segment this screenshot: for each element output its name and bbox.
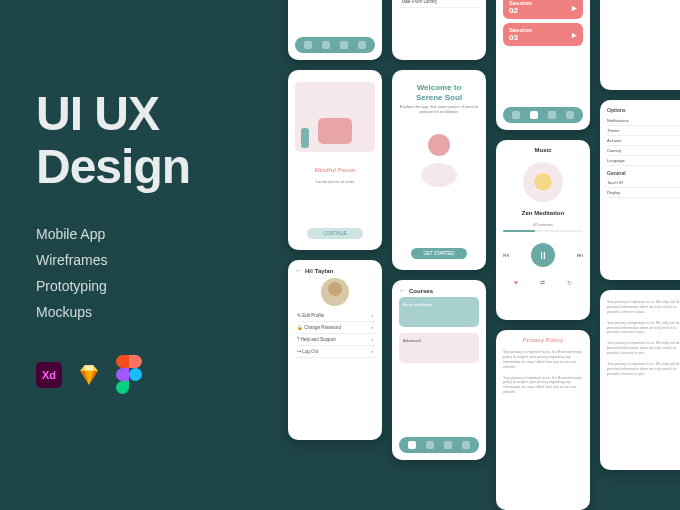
service-item: Wireframes [36, 252, 286, 268]
settings-item: Account› [607, 136, 680, 146]
phone-mindful-pause: Mindful Pause Lorem ipsum sit amet CONTI… [288, 70, 382, 250]
tabbar [399, 437, 479, 453]
course-card: Advanced [399, 333, 479, 363]
player-controls: ⏮ ⏸ ⏭ [503, 239, 583, 271]
phone-settings: Options Notifications› Theme› Account› C… [600, 100, 680, 280]
illustration [399, 119, 479, 191]
section-heading: General [607, 170, 680, 176]
repeat-icon: ↻ [567, 279, 572, 286]
tab-icon [426, 441, 434, 449]
tab-icon [530, 111, 538, 119]
services-list: Mobile App Wireframes Prototyping Mockup… [36, 226, 286, 320]
menu-item: ? Help and Support› [295, 334, 375, 346]
tabbar [295, 37, 375, 53]
course-card: Basic meditation [399, 297, 479, 327]
next-icon: ⏭ [577, 252, 583, 258]
sketch-icon [76, 362, 102, 388]
phone-text-cropped: Your privacy is important to us. We only… [600, 0, 680, 90]
mockup-column: ←Change Profile Photo Upload Take From L… [392, 0, 486, 510]
settings-item: Language› [607, 156, 680, 166]
phone-text-page: Your privacy is important to us. We only… [600, 290, 680, 470]
track-title: Zen Meditation [503, 210, 583, 216]
phone-mockups-grid: Full Name Username Email Address Mindful… [288, 0, 680, 510]
tab-icon [512, 111, 520, 119]
settings-item: Notifications› [607, 116, 680, 126]
phone-user-profile: ←Hi! Taylan ✎ Edit Profile› 🔒 Change Pas… [288, 260, 382, 440]
tab-icon [566, 111, 574, 119]
heart-icon: ♥ [514, 279, 518, 286]
phone-form: Full Name Username Email Address [288, 0, 382, 60]
phone-change-photo: ←Change Profile Photo Upload Take From L… [392, 0, 486, 60]
avatar [321, 278, 349, 306]
screen-title: Music [503, 147, 583, 153]
session-badge: Session03▶ [503, 23, 583, 46]
left-content: UI UX Design Mobile App Wireframes Proto… [36, 88, 286, 388]
figma-icon [116, 362, 142, 388]
phone-welcome: Welcome to Serene Soul Explore the app, … [392, 70, 486, 270]
option-item: Take From Library [399, 0, 479, 8]
svg-point-0 [129, 368, 142, 381]
screen-title: Privacy Policy [503, 337, 583, 343]
menu-item: ↪ Log Out› [295, 346, 375, 358]
screen-title: Mindful Pause [295, 167, 375, 173]
tab-icon [358, 41, 366, 49]
shuffle-icon: ⇄ [540, 279, 545, 286]
settings-item: Display› [607, 188, 680, 198]
tab-icon [322, 41, 330, 49]
section-heading: Options [607, 107, 680, 113]
adobe-xd-icon: Xd [36, 362, 62, 388]
album-art [523, 162, 563, 202]
promo-canvas: UI UX Design Mobile App Wireframes Proto… [0, 0, 680, 510]
body-text: Your privacy is important to us. We only… [607, 321, 680, 336]
mockup-column: Courses What is Meditation? Lorem ipsum … [496, 0, 590, 510]
body-text: Your privacy is important to us. We only… [607, 300, 680, 315]
headline: UI UX Design [36, 88, 286, 194]
mockup-column: Your privacy is important to us. We only… [600, 0, 680, 510]
pause-button: ⏸ [531, 243, 555, 267]
tab-icon [462, 441, 470, 449]
mockup-column: Full Name Username Email Address Mindful… [288, 0, 382, 510]
phone-courses: ←Courses Basic meditation Advanced [392, 280, 486, 460]
tabbar [503, 107, 583, 123]
tools-row: Xd [36, 362, 286, 388]
tab-icon [304, 41, 312, 49]
service-item: Mockups [36, 304, 286, 320]
phone-sessions: Courses What is Meditation? Lorem ipsum … [496, 0, 590, 130]
phone-privacy: Privacy Policy Your privacy is important… [496, 330, 590, 510]
menu-item: ✎ Edit Profile› [295, 310, 375, 322]
service-item: Mobile App [36, 226, 286, 242]
screen-title: Courses [409, 288, 433, 294]
back-icon: ← [399, 287, 406, 294]
greeting: Hi! Taylan [305, 268, 333, 274]
menu-item: 🔒 Change Password› [295, 322, 375, 334]
tab-icon [444, 441, 452, 449]
back-icon: ← [295, 267, 302, 274]
continue-button: CONTINUE [307, 228, 363, 239]
body-text: Your privacy is important to us. We only… [607, 341, 680, 356]
service-item: Prototyping [36, 278, 286, 294]
tab-icon [340, 41, 348, 49]
illustration [295, 82, 375, 152]
tab-icon [408, 441, 416, 449]
body-text: Your privacy is important to us. It is B… [503, 376, 583, 396]
get-started-button: GET STARTED [411, 248, 467, 259]
welcome-title: Welcome to Serene Soul [399, 83, 479, 102]
track-artist: 40 minutes [503, 222, 583, 227]
prev-icon: ⏮ [503, 252, 509, 258]
body-text: Your privacy is important to us. We only… [607, 362, 680, 377]
settings-item: Theme› [607, 126, 680, 136]
welcome-subtitle: Explore the app, find some peace of mind… [399, 104, 479, 114]
session-badge: Session02▶ [503, 0, 583, 19]
settings-item: Touch ID› [607, 178, 680, 188]
tab-icon [548, 111, 556, 119]
body-text: Your privacy is important to us. It is B… [503, 350, 583, 370]
settings-item: Country› [607, 146, 680, 156]
phone-music-player: Music Zen Meditation 40 minutes ⏮ ⏸ ⏭ ♥ … [496, 140, 590, 320]
progress-bar [503, 230, 583, 232]
